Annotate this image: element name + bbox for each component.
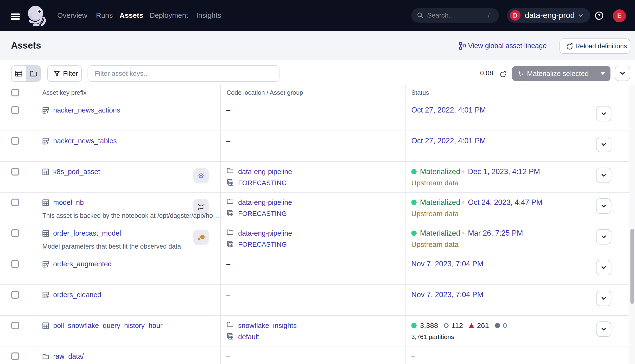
svg-text:?: ? [598,13,601,18]
